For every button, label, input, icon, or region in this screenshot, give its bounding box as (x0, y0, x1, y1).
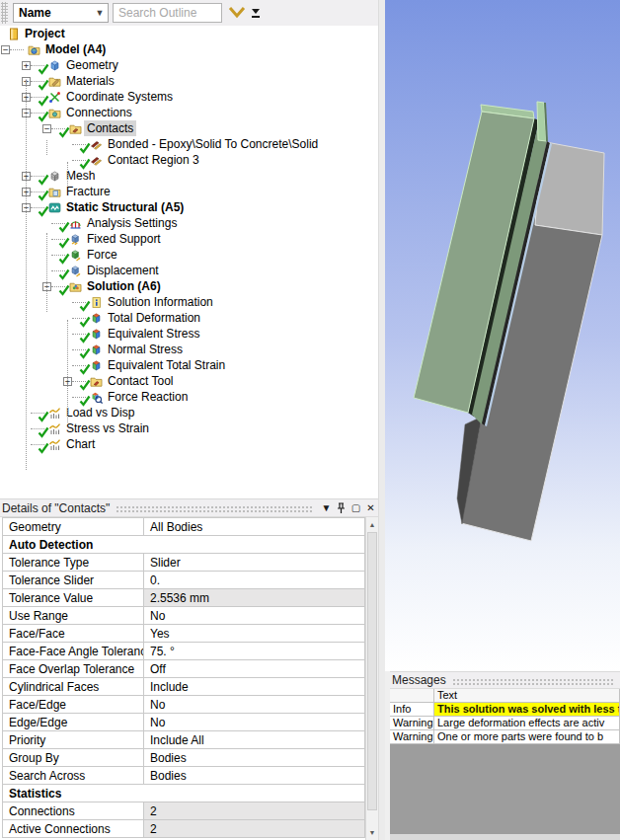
tree-item-label: Contacts (84, 120, 136, 136)
details-property-label: Face-Face Angle Tolerance (3, 643, 144, 660)
tree-item-fixed-support[interactable]: Fixed Support (0, 231, 378, 247)
message-severity: Warning (390, 717, 434, 730)
tree-item-coordinate-systems[interactable]: +Coordinate Systems (0, 89, 378, 105)
tree-item-connections[interactable]: −Connections (0, 105, 378, 120)
mesh-icon (48, 169, 61, 182)
details-scrollbar[interactable]: ▲ ▼ (365, 517, 378, 840)
details-property-value[interactable]: No (144, 607, 365, 625)
details-property-value[interactable]: Include (144, 678, 365, 696)
tree-item-force-reaction[interactable]: Force Reaction (0, 389, 378, 405)
tree-item-bonded-epoxy-solid-to-concrete-solid[interactable]: Bonded - Epoxy\Solid To Concrete\Solid (0, 136, 378, 152)
tree-item-contacts[interactable]: −Contacts (0, 120, 378, 136)
status-check-icon (79, 345, 91, 357)
tree-item-load-vs-disp[interactable]: Load vs Disp (0, 405, 378, 420)
tree-item-equivalent-stress[interactable]: Equivalent Stress (0, 326, 378, 342)
tree-item-chart[interactable]: Chart (0, 436, 378, 452)
tree-item-project[interactable]: Project (0, 26, 378, 41)
tree-item-label: Connections (63, 105, 135, 120)
details-property-value[interactable]: Slider (144, 554, 365, 572)
details-property-value[interactable]: 0. (144, 572, 365, 589)
tree-item-analysis-settings[interactable]: Analysis Settings (0, 215, 378, 231)
geometry-icon (48, 58, 61, 71)
close-icon[interactable]: ✕ (363, 502, 378, 513)
tree-connector (10, 49, 24, 50)
details-row-search-across: Search AcrossBodies (3, 767, 365, 785)
status-check-icon (79, 361, 91, 373)
details-property-value[interactable]: No (144, 714, 365, 731)
details-panel: GeometryAll BodiesAuto DetectionToleranc… (0, 517, 378, 840)
details-property-value[interactable]: Bodies (144, 767, 365, 785)
tree-item-label: Mesh (63, 168, 98, 184)
tree-item-model-a4[interactable]: −Model (A4) (0, 41, 378, 57)
toolbar-overflow-icon[interactable] (251, 9, 261, 19)
tree-item-contact-tool[interactable]: +Contact Tool (0, 373, 378, 389)
search-input[interactable] (113, 3, 222, 23)
force-icon (69, 248, 82, 261)
tree-item-static-structural-a5[interactable]: −Static Structural (A5) (0, 199, 378, 215)
details-row-tolerance-slider: Tolerance Slider0. (3, 572, 365, 589)
tree-item-label: Force Reaction (105, 389, 191, 405)
details-property-value[interactable]: No (144, 696, 365, 714)
tree-item-equivalent-total-strain[interactable]: Equivalent Total Strain (0, 357, 378, 373)
tree-item-displacement[interactable]: Displacement (0, 263, 378, 278)
tree-guide-line (26, 81, 27, 470)
details-property-value[interactable]: Off (144, 660, 365, 678)
contact-tool-icon (90, 374, 103, 387)
ansys-mechanical-window: Name ▼ Project−Model (A4)+Geometry+Mater… (0, 0, 620, 840)
scroll-up-icon[interactable]: ▲ (366, 518, 378, 531)
tree-item-materials[interactable]: +Materials (0, 73, 378, 89)
details-row-priority: PriorityInclude All (3, 731, 365, 749)
message-severity: Warning (390, 730, 434, 744)
message-severity: Info (390, 703, 434, 717)
maximize-icon[interactable]: ▢ (349, 502, 363, 513)
tree-guide-line (46, 233, 47, 312)
details-property-value[interactable]: Include All (144, 731, 365, 749)
details-property-value[interactable]: Yes (144, 625, 365, 643)
details-row-active-connections: Active Connections2 (3, 820, 365, 838)
model-icon (28, 42, 40, 55)
tree-item-label: Load vs Disp (63, 405, 137, 420)
tree-item-force[interactable]: Force (0, 247, 378, 263)
details-row-use-range: Use RangeNo (3, 607, 365, 625)
details-property-value[interactable]: All Bodies (144, 518, 365, 536)
message-row-info[interactable]: InfoThis solution was solved with less t (390, 703, 620, 717)
message-row-warning[interactable]: WarningLarge deformation effects are act… (390, 717, 620, 730)
details-property-label: Face/Edge (3, 696, 144, 714)
tree-item-normal-stress[interactable]: Normal Stress (0, 342, 378, 357)
details-property-value[interactable]: Bodies (144, 749, 365, 767)
expand-toggle-icon[interactable]: − (1, 45, 10, 54)
tree-item-total-deformation[interactable]: Total Deformation (0, 310, 378, 326)
tree-item-contact-region-3[interactable]: Contact Region 3 (0, 152, 378, 168)
details-property-label: Active Connections (3, 820, 144, 838)
expand-toggle-icon[interactable]: − (42, 124, 51, 133)
details-panel-title: Details of "Contacts" (0, 501, 114, 515)
toolbar-grip-handle[interactable] (1, 2, 8, 24)
panel-splitter[interactable] (378, 0, 385, 840)
details-row-tolerance-value: Tolerance Value2.5536 mm (3, 589, 365, 607)
details-property-value: 2 (144, 820, 365, 838)
details-property-label: Geometry (3, 518, 144, 536)
expand-toggle-icon[interactable]: + (22, 61, 31, 70)
messages-table: TextInfoThis solution was solved with le… (390, 689, 620, 744)
tree-item-solution-information[interactable]: Solution Information (0, 294, 378, 310)
tree-item-mesh[interactable]: +Mesh (0, 168, 378, 184)
tree-item-fracture[interactable]: +Fracture (0, 184, 378, 199)
details-property-label: Edge/Edge (3, 714, 144, 731)
tree-item-stress-vs-strain[interactable]: Stress vs Strain (0, 420, 378, 436)
panel-menu-icon[interactable]: ▼ (319, 502, 334, 513)
tree-item-geometry[interactable]: +Geometry (0, 57, 378, 73)
geometry-viewport-3d[interactable] (385, 0, 620, 671)
tree-item-solution-a6[interactable]: −Solution (A6) (0, 278, 378, 294)
messages-panel: Messages TextInfoThis solution was solve… (385, 671, 620, 840)
message-row-warning[interactable]: WarningOne or more parts were found to b (390, 730, 620, 744)
pin-icon[interactable] (334, 502, 349, 514)
outline-tree: Project−Model (A4)+Geometry+Materials+Co… (0, 26, 378, 498)
status-check-icon (38, 188, 49, 199)
status-check-icon (58, 267, 70, 278)
details-property-label: Group By (3, 749, 144, 767)
details-property-value[interactable]: 75. ° (144, 643, 365, 660)
expand-collapse-chevron-icon[interactable] (228, 6, 246, 19)
scroll-down-icon[interactable]: ▼ (366, 826, 378, 839)
name-filter-combobox[interactable]: Name ▼ (13, 3, 109, 23)
scrollbar-thumb[interactable] (367, 532, 377, 810)
